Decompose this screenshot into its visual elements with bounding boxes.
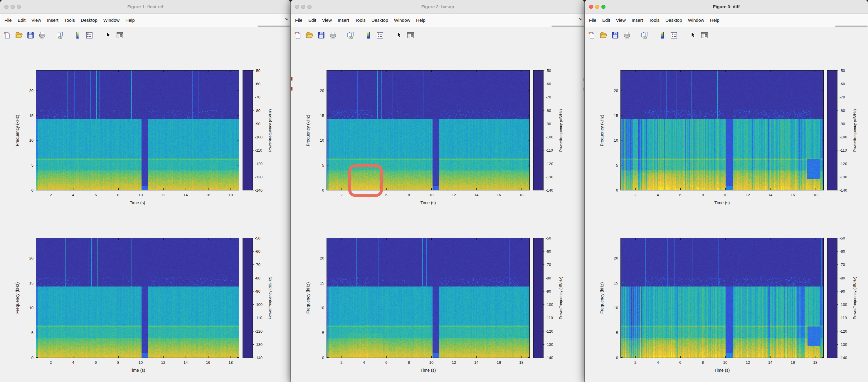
- save-figure-button[interactable]: [317, 31, 326, 40]
- colorbar-tick: [837, 278, 838, 278]
- menu-item-window[interactable]: Window: [391, 18, 413, 23]
- colorbar-tick-label: -50: [546, 236, 551, 240]
- x-tick-label: 8: [408, 193, 410, 197]
- menu-item-desktop[interactable]: Desktop: [662, 18, 685, 23]
- highlight-annotation[interactable]: [348, 164, 383, 197]
- x-tick-label: 8: [408, 360, 410, 365]
- menu-overflow-arrow-icon[interactable]: ➘: [579, 17, 582, 21]
- insert-colorbar-button[interactable]: [658, 31, 666, 40]
- colorbar-tick: [837, 318, 838, 318]
- menu-item-window[interactable]: Window: [100, 18, 122, 23]
- menu-item-file[interactable]: File: [1, 18, 15, 23]
- titlebar[interactable]: Figure 3: diff: [585, 0, 868, 13]
- minimize-button[interactable]: [301, 5, 305, 9]
- menu-overflow-arrow-icon[interactable]: ➘: [284, 17, 288, 21]
- print-figure-button[interactable]: [622, 31, 631, 40]
- zoom-button[interactable]: [601, 5, 606, 9]
- link-plot-button[interactable]: [346, 31, 355, 40]
- colorbar-tick-label: -90: [255, 121, 260, 126]
- x-tick-label: 12: [452, 360, 456, 365]
- print-figure-button[interactable]: [38, 31, 47, 40]
- figure-canvas-area: 2468101214161805101520Time (s)Frequency …: [0, 43, 290, 382]
- x-axis-label: Time (s): [130, 368, 145, 373]
- zoom-button[interactable]: [17, 5, 21, 9]
- colorbar-label: Power/frequency (dB/Hz): [852, 276, 857, 319]
- menu-item-view[interactable]: View: [29, 18, 44, 23]
- menu-item-edit[interactable]: Edit: [599, 18, 613, 23]
- menu-item-file[interactable]: File: [292, 18, 305, 23]
- x-tick-label: 18: [228, 360, 232, 365]
- colorbar-tick: [837, 177, 838, 177]
- colorbar-tick-label: -140: [255, 188, 262, 193]
- menu-scrollbar[interactable]: [257, 26, 290, 27]
- x-tick-label: 16: [206, 360, 210, 365]
- menu-item-help[interactable]: Help: [122, 18, 138, 23]
- link-plot-button[interactable]: [56, 31, 64, 40]
- new-figure-button[interactable]: [293, 31, 302, 40]
- print-figure-button[interactable]: [329, 31, 337, 40]
- menu-item-insert[interactable]: Insert: [629, 18, 646, 23]
- colorbar-tick-label: -70: [839, 262, 845, 267]
- close-button[interactable]: [4, 5, 8, 9]
- x-tick-label: 6: [95, 193, 97, 197]
- colorbar-tick-label: -110: [839, 316, 847, 320]
- insert-colorbar-button[interactable]: [73, 31, 82, 40]
- colorbar: [827, 238, 837, 358]
- property-inspector-button[interactable]: [700, 31, 709, 40]
- menu-item-edit[interactable]: Edit: [305, 18, 319, 23]
- open-file-button[interactable]: [599, 31, 608, 40]
- insert-legend-button[interactable]: [376, 31, 384, 40]
- x-tick-label: 6: [95, 360, 97, 365]
- menu-scrollbar[interactable]: [552, 26, 584, 27]
- new-figure-button[interactable]: [587, 31, 596, 40]
- menu-item-window[interactable]: Window: [685, 18, 707, 23]
- colorbar-tick-label: -140: [546, 356, 553, 360]
- property-inspector-button[interactable]: [406, 31, 415, 40]
- menu-item-help[interactable]: Help: [707, 18, 722, 23]
- colorbar-tick-label: -120: [839, 329, 847, 333]
- menu-scrollbar[interactable]: [835, 26, 868, 27]
- new-figure-button[interactable]: [3, 31, 11, 40]
- close-button[interactable]: [589, 5, 593, 9]
- open-file-button[interactable]: [305, 31, 314, 40]
- link-plot-button[interactable]: [640, 31, 649, 40]
- x-tick-label: 6: [385, 193, 387, 197]
- x-axis-label: Time (s): [421, 200, 436, 205]
- menu-item-desktop[interactable]: Desktop: [369, 18, 391, 23]
- spectrogram-canvas-bottom: [36, 238, 239, 358]
- menu-item-desktop[interactable]: Desktop: [78, 18, 100, 23]
- window-controls: [589, 5, 606, 9]
- menu-item-tools[interactable]: Tools: [646, 18, 662, 23]
- menu-item-tools[interactable]: Tools: [61, 18, 78, 23]
- y-tick-label: 5: [31, 163, 33, 168]
- menu-item-view[interactable]: View: [319, 18, 335, 23]
- insert-colorbar-button[interactable]: [364, 31, 373, 40]
- edit-plot-button[interactable]: [104, 31, 113, 40]
- colorbar-tick: [837, 344, 838, 345]
- menu-item-file[interactable]: File: [586, 18, 599, 23]
- menu-item-tools[interactable]: Tools: [352, 18, 369, 23]
- titlebar[interactable]: Figure 1: float ref: [0, 0, 290, 13]
- menu-item-insert[interactable]: Insert: [44, 18, 61, 23]
- save-figure-button[interactable]: [26, 31, 35, 40]
- colorbar: [827, 70, 837, 190]
- x-tick-label: 10: [723, 193, 727, 197]
- insert-legend-button[interactable]: [85, 31, 94, 40]
- edit-plot-button[interactable]: [688, 31, 697, 40]
- save-figure-button[interactable]: [611, 31, 620, 40]
- menu-item-view[interactable]: View: [613, 18, 629, 23]
- titlebar[interactable]: Figure 2: basop: [291, 0, 584, 13]
- menu-item-edit[interactable]: Edit: [15, 18, 29, 23]
- open-file-icon: [306, 31, 313, 39]
- insert-legend-button[interactable]: [670, 31, 678, 40]
- close-button[interactable]: [295, 5, 299, 9]
- menu-item-insert[interactable]: Insert: [335, 18, 352, 23]
- edit-plot-button[interactable]: [394, 31, 403, 40]
- minimize-button[interactable]: [595, 5, 599, 9]
- minimize-button[interactable]: [10, 5, 15, 9]
- window-title: Figure 1: float ref: [0, 0, 290, 13]
- zoom-button[interactable]: [307, 5, 312, 9]
- open-file-button[interactable]: [14, 31, 23, 40]
- property-inspector-button[interactable]: [115, 31, 124, 40]
- menu-item-help[interactable]: Help: [413, 18, 428, 23]
